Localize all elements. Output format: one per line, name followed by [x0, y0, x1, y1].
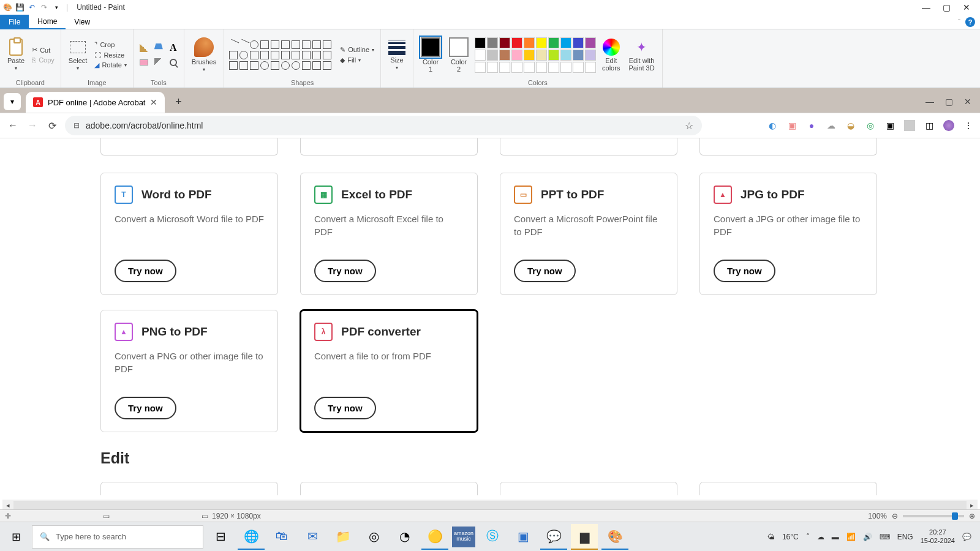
color-swatch[interactable]	[487, 62, 498, 73]
side-panel-icon[interactable]: ◫	[924, 120, 935, 131]
address-bar[interactable]: ⊟ adobe.com/acrobat/online.html ☆	[65, 116, 702, 135]
color-swatch[interactable]	[499, 37, 510, 48]
color-swatch[interactable]	[487, 37, 498, 48]
color-swatch[interactable]	[536, 50, 547, 61]
copy-button[interactable]: ⎘Copy	[31, 56, 56, 64]
tray-datetime[interactable]: 20:27 15-02-2024	[921, 528, 955, 544]
taskbar-edge-icon[interactable]: 🌐	[238, 524, 265, 550]
help-icon[interactable]: ?	[965, 17, 975, 27]
color-swatch[interactable]	[475, 50, 486, 61]
color1-button[interactable]: Color 1	[418, 36, 443, 74]
tool-card[interactable]: λ PDF converter Convert a file to or fro…	[300, 310, 478, 432]
taskbar-outlook-icon[interactable]: ✉	[299, 524, 326, 550]
tab-list-button[interactable]: ▾	[4, 93, 21, 110]
color-swatch[interactable]	[585, 37, 596, 48]
color-swatch[interactable]	[548, 62, 559, 73]
zoom-slider[interactable]	[903, 515, 964, 517]
taskbar-whatsapp-icon[interactable]: 💬	[540, 524, 567, 550]
color2-button[interactable]: Color 2	[447, 36, 471, 74]
color-swatch[interactable]	[536, 37, 547, 48]
color-swatch[interactable]	[560, 37, 571, 48]
ext-icon-2[interactable]: ▣	[786, 120, 797, 131]
try-now-button[interactable]: Try now	[514, 260, 576, 282]
ext-icon-6[interactable]: ◎	[865, 120, 876, 131]
tab-file[interactable]: File	[0, 15, 29, 29]
try-now-button[interactable]: Try now	[314, 260, 376, 282]
color-swatch[interactable]	[548, 37, 559, 48]
eraser-icon[interactable]	[140, 59, 148, 66]
shape-outline-button[interactable]: ✎Outline ▾	[339, 45, 375, 54]
color-swatch[interactable]	[585, 62, 596, 73]
tray-chevron-icon[interactable]: ˄	[806, 533, 810, 541]
tray-keyboard-icon[interactable]: ⌨	[880, 533, 890, 541]
back-button[interactable]: ←	[6, 119, 20, 132]
tool-card[interactable]: ▦ Excel to PDF Convert a Microsoft Excel…	[300, 173, 478, 295]
taskbar-amazon-music-icon[interactable]: amazonmusic	[452, 527, 475, 547]
taskbar-sticky-notes-icon[interactable]: ▆	[571, 524, 598, 550]
redo-icon[interactable]: ↷	[39, 2, 49, 12]
select-button[interactable]: Select ▾	[66, 37, 90, 72]
forward-button[interactable]: →	[26, 119, 39, 132]
crop-button[interactable]: ⌝Crop	[93, 40, 127, 50]
browser-maximize-icon[interactable]: ▢	[945, 97, 953, 107]
color-swatch[interactable]	[548, 50, 559, 61]
magnifier-icon[interactable]	[170, 59, 177, 66]
color-palette[interactable]	[475, 37, 596, 73]
start-button[interactable]: ⊞	[4, 525, 28, 549]
bucket-icon[interactable]	[154, 43, 163, 52]
tool-card[interactable]: ▲ PNG to PDF Convert a PNG or other imag…	[100, 310, 278, 432]
undo-icon[interactable]: ↶	[27, 2, 37, 12]
zoom-in-icon[interactable]: ⊕	[969, 512, 975, 520]
brushes-button[interactable]: Brushes ▾	[189, 36, 219, 73]
taskbar-skype-icon[interactable]: Ⓢ	[479, 524, 506, 550]
qat-dropdown-icon[interactable]: ▾	[51, 2, 61, 12]
tray-lang[interactable]: ENG	[897, 533, 913, 541]
profile-avatar[interactable]	[943, 120, 954, 131]
extensions-button[interactable]: ▣	[884, 120, 895, 131]
color-swatch[interactable]	[573, 50, 584, 61]
taskbar-store-icon[interactable]: 🛍	[268, 524, 295, 550]
color-swatch[interactable]	[487, 50, 498, 61]
browser-minimize-icon[interactable]: —	[925, 97, 934, 107]
rotate-button[interactable]: ◢Rotate ▾	[93, 61, 127, 70]
resize-button[interactable]: ⛶Resize	[93, 51, 127, 59]
taskbar-copilot-icon[interactable]: ◔	[391, 524, 418, 550]
color-swatch[interactable]	[560, 62, 571, 73]
color-swatch[interactable]	[560, 50, 571, 61]
ext-icon-1[interactable]: ◐	[767, 120, 778, 131]
paint3d-button[interactable]: ✦ Edit with Paint 3D	[626, 37, 657, 73]
bookmark-icon[interactable]: ☆	[685, 120, 693, 132]
text-icon[interactable]: A	[170, 42, 177, 53]
paste-button[interactable]: Paste ▾	[5, 37, 27, 72]
shapes-gallery[interactable]	[229, 40, 331, 70]
site-info-icon[interactable]: ⊟	[74, 121, 80, 130]
shape-fill-button[interactable]: ◆Fill ▾	[339, 56, 375, 65]
tray-volume-icon[interactable]: 🔊	[863, 533, 872, 541]
tray-battery-icon[interactable]: ▬	[832, 533, 839, 541]
tool-card[interactable]: ▲ JPG to PDF Convert a JPG or other imag…	[699, 173, 877, 295]
tool-card[interactable]: ▭ PPT to PDF Convert a Microsoft PowerPo…	[500, 173, 677, 295]
menu-icon[interactable]: ⋮	[963, 120, 974, 131]
close-icon[interactable]: ✕	[963, 2, 970, 12]
color-swatch[interactable]	[511, 50, 522, 61]
color-swatch[interactable]	[573, 37, 584, 48]
tool-card[interactable]: T Word to PDF Convert a Microsoft Word f…	[100, 173, 278, 295]
maximize-icon[interactable]: ▢	[943, 2, 951, 12]
tray-onedrive-icon[interactable]: ☁	[817, 533, 824, 541]
color-swatch[interactable]	[524, 50, 535, 61]
color-swatch[interactable]	[524, 62, 535, 73]
cut-button[interactable]: ✂Cut	[31, 45, 56, 54]
minimize-icon[interactable]: —	[922, 2, 930, 12]
tray-notifications-icon[interactable]: 💬	[962, 533, 971, 541]
color-swatch[interactable]	[585, 50, 596, 61]
try-now-button[interactable]: Try now	[714, 260, 775, 282]
ext-icon-5[interactable]: ◒	[845, 120, 856, 131]
color-swatch[interactable]	[524, 37, 535, 48]
size-button[interactable]: Size ▾	[386, 39, 408, 72]
tab-home[interactable]: Home	[29, 15, 66, 29]
taskbar-search[interactable]: 🔍 Type here to search	[32, 525, 203, 549]
color-swatch[interactable]	[475, 37, 486, 48]
taskbar-dell-icon[interactable]: ◎	[360, 524, 387, 550]
color-swatch[interactable]	[536, 62, 547, 73]
ribbon-collapse-icon[interactable]: ˇ	[958, 18, 960, 26]
